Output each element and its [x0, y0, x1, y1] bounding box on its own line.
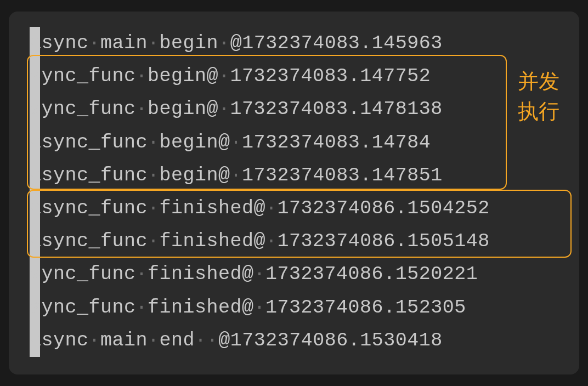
terminal-output: async·main·begin·@1732374083.145963 sync… [9, 12, 579, 374]
log-line: async·main·begin·@1732374083.145963 [30, 27, 558, 60]
annotation-concurrent: 并发 执行 [518, 66, 559, 127]
log-line: async_func·begin@·1732374083.14784 [30, 126, 558, 159]
annotation-line: 执行 [518, 96, 559, 127]
log-line: sync_func·finished@·1732374086.1520221 [30, 258, 558, 291]
log-line: sync_func·begin@·1732374083.1478138 [30, 93, 558, 126]
log-line: sync_func·begin@·1732374083.147752 [30, 60, 558, 93]
annotation-line: 并发 [518, 66, 559, 96]
log-line: async·main·end··@1732374086.1530418 [30, 324, 558, 357]
log-line: sync_func·finished@·1732374086.152305 [30, 291, 558, 324]
log-line: async_func·finished@·1732374086.1505148 [30, 225, 558, 258]
log-line: async_func·finished@·1732374086.1504252 [30, 192, 558, 225]
log-line: async_func·begin@·1732374083.147851 [30, 159, 558, 192]
